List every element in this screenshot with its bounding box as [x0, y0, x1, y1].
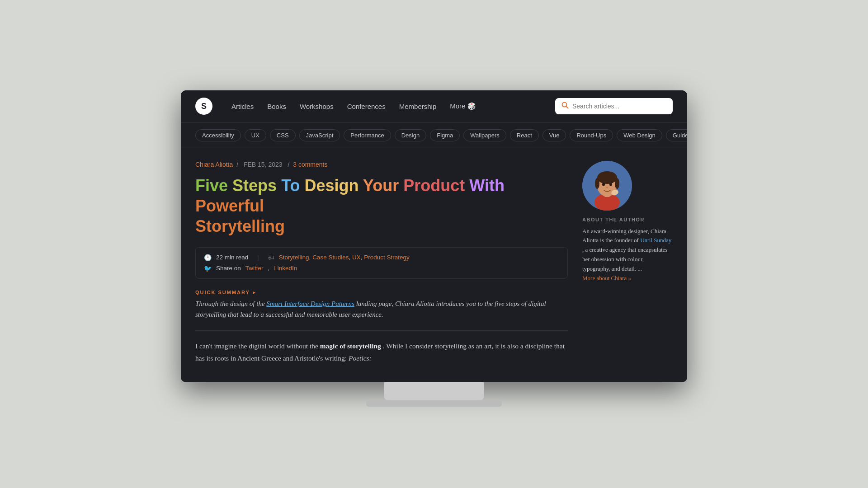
tag-javascript[interactable]: JavaScript	[299, 129, 340, 141]
author-avatar	[582, 161, 632, 211]
author-link[interactable]: Chiara Aliotta	[195, 161, 233, 168]
tag-css[interactable]: CSS	[270, 129, 296, 141]
svg-point-8	[615, 178, 619, 189]
tag-roundups[interactable]: Round-Ups	[570, 129, 613, 141]
search-icon	[561, 102, 569, 111]
monitor-frame: S Articles Books Workshops Conferences M…	[181, 90, 687, 383]
search-input[interactable]	[572, 103, 666, 110]
svg-point-9	[602, 183, 605, 186]
twitter-icon: 🐦	[204, 265, 212, 272]
title-word-4: Design	[304, 176, 359, 195]
tag-casestudies[interactable]: Case Studies	[312, 254, 349, 261]
title-word-6: Product	[403, 176, 465, 195]
nav-articles[interactable]: Articles	[225, 99, 260, 114]
svg-point-11	[606, 187, 608, 188]
tag-storytelling[interactable]: Storytelling	[279, 254, 309, 261]
quick-summary-text: Through the design of the Smart Interfac…	[195, 298, 568, 321]
monitor-base	[366, 400, 502, 407]
tag-webdesign[interactable]: Web Design	[617, 129, 662, 141]
title-word-1: Five	[195, 176, 228, 195]
tag-react[interactable]: React	[510, 129, 539, 141]
title-word-7: With	[469, 176, 505, 195]
breadcrumb-separator2: /	[288, 161, 291, 168]
nav-more[interactable]: More 🎲	[443, 99, 482, 114]
content-divider	[195, 330, 568, 331]
breadcrumb: Chiara Aliotta / FEB 15, 2023 / 3 commen…	[195, 161, 568, 168]
svg-point-6	[597, 171, 617, 184]
tag-accessibility[interactable]: Accessibility	[195, 129, 241, 141]
tag-icon: 🏷	[268, 254, 274, 261]
monitor-stand	[384, 382, 484, 400]
read-time: 22 min read	[216, 254, 248, 261]
title-word-8: Powerful	[195, 197, 264, 215]
tag-performance[interactable]: Performance	[344, 129, 391, 141]
meta-box: 🕐 22 min read | 🏷 Storytelling, Case Stu…	[195, 247, 568, 279]
tag-figma[interactable]: Figma	[430, 129, 460, 141]
smart-interface-link[interactable]: Smart Interface Design Patterns	[266, 300, 354, 307]
title-word-3: To	[281, 176, 300, 195]
more-about-link[interactable]: More about Chiara »	[582, 275, 631, 282]
meta-share-row: 🐦 Share on Twitter, LinkedIn	[204, 265, 559, 272]
comments-link[interactable]: 3 comments	[293, 161, 327, 168]
sidebar: ABOUT THE AUTHOR An award-winning design…	[582, 161, 673, 365]
tag-ux[interactable]: UX	[245, 129, 266, 141]
svg-point-10	[609, 183, 612, 186]
about-author-title: ABOUT THE AUTHOR	[582, 217, 673, 222]
qs-arrow-icon: ▸	[253, 290, 256, 296]
body-text: I can't imagine the digital world withou…	[195, 340, 568, 364]
title-line2: Storytelling	[195, 217, 285, 235]
nav-links: Articles Books Workshops Conferences Mem…	[225, 99, 555, 114]
navbar: S Articles Books Workshops Conferences M…	[181, 90, 687, 123]
article-main: Chiara Aliotta / FEB 15, 2023 / 3 commen…	[195, 161, 568, 365]
share-linkedin[interactable]: LinkedIn	[274, 265, 297, 272]
meta-readtime-row: 🕐 22 min read | 🏷 Storytelling, Case Stu…	[204, 254, 559, 261]
quick-summary-label: QUICK SUMMARY ▸	[195, 290, 568, 296]
search-box[interactable]	[555, 98, 673, 114]
share-label: Share on	[216, 265, 241, 272]
nav-workshops[interactable]: Workshops	[293, 99, 340, 114]
body-bold: magic of storytelling	[320, 342, 381, 350]
logo-icon: S	[195, 98, 212, 115]
breadcrumb-separator1: /	[236, 161, 240, 168]
nav-books[interactable]: Books	[261, 99, 292, 114]
clock-icon: 🕐	[204, 254, 212, 261]
tag-design[interactable]: Design	[395, 129, 426, 141]
article-title: Five Steps To Design Your Product With P…	[195, 175, 568, 236]
title-word-5: Your	[363, 176, 399, 195]
tag-vue[interactable]: Vue	[542, 129, 566, 141]
tag-productstrategy[interactable]: Product Strategy	[364, 254, 410, 261]
article-tags: Storytelling, Case Studies, UX, Product …	[279, 254, 410, 261]
nav-membership[interactable]: Membership	[393, 99, 443, 114]
tag-guides[interactable]: Guides	[666, 129, 687, 141]
svg-line-1	[566, 107, 568, 108]
author-about: ABOUT THE AUTHOR An award-winning design…	[582, 217, 673, 282]
author-bio: An award-winning designer, Chiara Aliott…	[582, 227, 673, 274]
svg-point-7	[595, 178, 599, 189]
poetics-italic: Poetics:	[349, 354, 372, 362]
site-logo[interactable]: S	[195, 98, 212, 115]
tag-ux-link[interactable]: UX	[352, 254, 361, 261]
quick-summary: QUICK SUMMARY ▸ Through the design of th…	[195, 290, 568, 321]
share-twitter[interactable]: Twitter	[245, 265, 264, 272]
until-sunday-link[interactable]: Until Sunday	[640, 237, 671, 244]
nav-conferences[interactable]: Conferences	[341, 99, 392, 114]
tag-wallpapers[interactable]: Wallpapers	[463, 129, 506, 141]
article-date: FEB 15, 2023	[244, 161, 283, 168]
title-word-2: Steps	[232, 176, 277, 195]
tags-bar: Accessibility UX CSS JavaScript Performa…	[181, 123, 687, 148]
content-area: Chiara Aliotta / FEB 15, 2023 / 3 commen…	[181, 148, 687, 383]
